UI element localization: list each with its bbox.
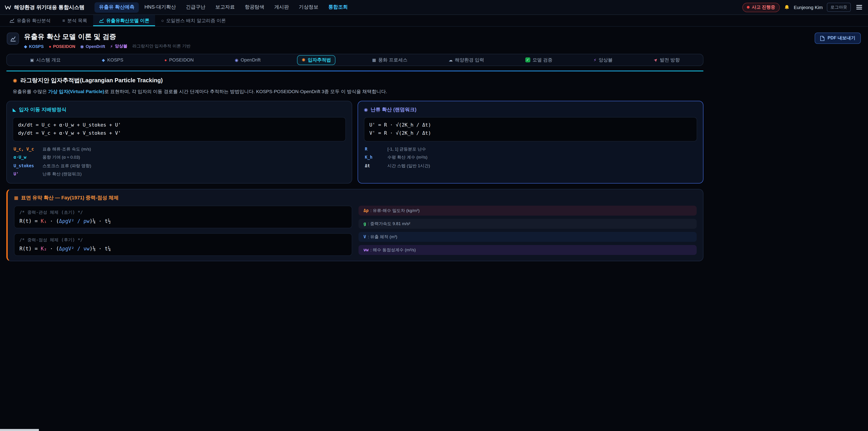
- section-nav-item-roadmap[interactable]: ➤발전 방향: [649, 55, 684, 65]
- section-heading: ✺ 라그랑지안 입자추적법(Lagrangian Particle Tracki…: [13, 77, 704, 85]
- page-subtitle: 라그랑지안 입자추적 이론 기반: [132, 43, 191, 49]
- nav-item-aerial-search[interactable]: 항공탐색: [240, 2, 269, 12]
- gravity-viscous-block: /* 중력-점성 체제 (후기) */ R(t) = K₂ · (ΔρgV² /…: [14, 234, 352, 256]
- cloud-icon: ☁: [449, 58, 453, 62]
- nav-item-emergency-rescue[interactable]: 긴급구난: [181, 2, 210, 12]
- circle-icon: ○: [161, 18, 164, 23]
- horizontal-scrollbar-thumb[interactable]: [0, 429, 39, 431]
- kosps-badge: ◆KOSPS: [24, 44, 43, 49]
- governing-equation-code: dx/dt = U_c + α·U_w + U_stokes + U' dy/d…: [13, 117, 346, 141]
- gravity-viscous-formula: R(t) = K₂ · (ΔρgV² / νw)⅙ · t¼: [20, 246, 347, 252]
- legend-row: U_c, V_c표층 해류·조류 속도 (m/s): [13, 145, 346, 153]
- swirl-icon: ◉: [364, 107, 368, 112]
- incident-status-badge[interactable]: 사고 진행중: [742, 2, 780, 12]
- chart-line-icon: [99, 18, 104, 23]
- tab-spill-analysis[interactable]: 유출유 확산분석: [4, 15, 57, 26]
- main-nav: 유출유 확산예측 HNS·대기확산 긴급구난 보고자료 항공탐색 게시판 기상정…: [94, 2, 352, 12]
- turbulent-card-title: ◉ 난류 확산 (랜덤워크): [364, 106, 697, 113]
- legend-row: Δρ: 유류-해수 밀도차 (kg/m³): [359, 206, 697, 216]
- fay-spreading-card: ▦ 표면 유막 확산 — Fay(1971) 중력-점성 체제 /* 중력-관성…: [6, 189, 704, 261]
- section-nav-item-particle-tracking[interactable]: ✺입자추적법: [297, 55, 336, 65]
- section-intro: 유출유를 수많은 가상 입자(Virtual Particle)로 표현하며, …: [13, 89, 704, 95]
- nav-item-board[interactable]: 게시판: [270, 2, 293, 12]
- legend-row: g: 중력가속도 9.81 m/s²: [359, 219, 697, 229]
- pdf-export-button[interactable]: PDF 내보내기: [815, 33, 861, 44]
- legend-row: α·U_w풍향 기여 (α ≈ 0.03): [13, 154, 346, 162]
- swirl-icon: ✺: [302, 57, 306, 62]
- section-nav-item-validation[interactable]: ✓모델 검증: [521, 55, 557, 65]
- tab-oil-fence-theory[interactable]: ○ 오일펜스 배치 알고리즘 이론: [155, 15, 232, 26]
- section-nav: ▣시스템 개요 ◆KOSPS ●POSEIDON ◉OpenDrift ✺입자추…: [6, 54, 704, 66]
- turbulent-equation-code: U' = R · √(2K_h / Δt) V' = R · √(2K_h / …: [364, 117, 697, 141]
- top-navigation-bar: 해양환경 위기대응 통합시스템 유출유 확산예측 HNS·대기확산 긴급구난 보…: [0, 0, 868, 15]
- page-title: 유출유 확산 모델 이론 및 검증: [24, 33, 191, 41]
- page-header: 유출유 확산 모델 이론 및 검증 ◆KOSPS ●POSEIDON ◉Open…: [0, 27, 868, 51]
- legend-row: νw: 해수 동점성계수 (m²/s): [359, 245, 697, 255]
- equation-cards-row: ◣ 입자 이동 지배방정식 dx/dt = U_c + α·U_w + U_st…: [6, 101, 704, 184]
- nav-item-weather[interactable]: 기상정보: [294, 2, 323, 12]
- check-icon: ✓: [525, 57, 530, 62]
- legend-row: Δt시간 스텝 (일반 1시간): [364, 162, 697, 170]
- dot-icon: ●: [164, 58, 167, 62]
- governing-card-title: ◣ 입자 이동 지배방정식: [13, 106, 346, 113]
- app-logo[interactable]: 해양환경 위기대응 통합시스템: [4, 4, 85, 11]
- legend-row: R[-1, 1] 균등분포 난수: [364, 145, 697, 153]
- ensemble-badge: ⚡앙상블: [110, 43, 127, 49]
- legend-row: U_stokes스토크스 표류 (파랑 영향): [13, 162, 346, 170]
- gravity-inertial-formula: R(t) = K₁ · (ΔρgV² / ρw)¼ · t½: [20, 219, 347, 224]
- gravity-inertial-block: /* 중력-관성 체제 (초기) */ R(t) = K₁ · (ΔρgV² /…: [14, 206, 352, 228]
- tab-analysis-list[interactable]: ≡ 분석 목록: [57, 15, 93, 26]
- section-nav-item-ensemble[interactable]: ⚡앙상블: [589, 55, 617, 65]
- section-nav-item-opendrift[interactable]: ◉OpenDrift: [230, 56, 265, 64]
- wing-logo-icon: [4, 4, 11, 10]
- diamond-icon: ◆: [24, 44, 27, 49]
- dot-icon: ●: [49, 44, 51, 49]
- bar-chart-icon: ▦: [372, 58, 376, 62]
- nav-item-spill-prediction[interactable]: 유출유 확산예측: [94, 2, 139, 12]
- virtual-particle-link[interactable]: 가상 입자(Virtual Particle): [48, 89, 104, 94]
- turbulent-diffusion-card: ◉ 난류 확산 (랜덤워크) U' = R · √(2K_h / Δt) V' …: [358, 101, 704, 184]
- nav-item-hns-dispersion[interactable]: HNS·대기확산: [140, 2, 180, 12]
- poseidon-badge: ●POSEIDON: [49, 44, 75, 49]
- governing-equation-card: ◣ 입자 이동 지배방정식 dx/dt = U_c + α·U_w + U_st…: [6, 101, 352, 184]
- document-icon: [820, 35, 825, 41]
- page-title-block: 유출유 확산 모델 이론 및 검증 ◆KOSPS ●POSEIDON ◉Open…: [24, 33, 191, 49]
- fay-legend-column: Δρ: 유류-해수 밀도차 (kg/m³) g: 중력가속도 9.81 m/s²…: [359, 206, 697, 256]
- bolt-icon: ⚡: [110, 44, 113, 49]
- monitor-icon: ▣: [30, 58, 34, 62]
- bolt-icon: ⚡: [594, 58, 596, 62]
- rocket-icon: ➤: [653, 57, 659, 63]
- chart-line-icon: [10, 35, 16, 42]
- triangle-ruler-icon: ◣: [13, 107, 16, 112]
- section-nav-item-system-overview[interactable]: ▣시스템 개요: [26, 55, 65, 65]
- section-nav-item-ocean-input[interactable]: ☁해양환경 입력: [444, 55, 489, 65]
- topbar-right: 사고 진행중 Eunjeong Kim 로그아웃: [742, 2, 864, 12]
- tab-model-theory[interactable]: 유출유확산모델 이론: [93, 15, 155, 26]
- hamburger-menu-icon[interactable]: [855, 3, 864, 11]
- fay-formula-column: /* 중력-관성 체제 (초기) */ R(t) = K₁ · (ΔρgV² /…: [14, 206, 352, 256]
- legend-row: V: 유출 체적 (m³): [359, 232, 697, 242]
- app-root: 해양환경 위기대응 통합시스템 유출유 확산예측 HNS·대기확산 긴급구난 보…: [0, 0, 868, 431]
- status-dot-icon: [747, 6, 749, 8]
- user-name: Eunjeong Kim: [794, 5, 823, 10]
- bar-chart-icon: ▦: [14, 195, 18, 201]
- fay-grid: /* 중력-관성 체제 (초기) */ R(t) = K₁ · (ΔρgV² /…: [14, 206, 697, 256]
- section-nav-item-poseidon[interactable]: ●POSEIDON: [160, 56, 198, 64]
- page-icon: [7, 33, 19, 45]
- legend-row: K_h수평 확산 계수 (m²/s): [364, 154, 697, 162]
- content-wrap: ▣시스템 개요 ◆KOSPS ●POSEIDON ◉OpenDrift ✺입자추…: [6, 54, 704, 261]
- opendrift-badge: ◉OpenDrift: [80, 44, 105, 49]
- nav-item-integrated-search[interactable]: 통합조회: [324, 2, 352, 12]
- swirl-icon: ✺: [13, 78, 17, 84]
- section-nav-item-kosps[interactable]: ◆KOSPS: [97, 56, 128, 64]
- sub-tab-bar: 유출유 확산분석 ≡ 분석 목록 유출유확산모델 이론 ○ 오일펜스 배치 알고…: [0, 15, 868, 27]
- incident-label: 사고 진행중: [752, 4, 775, 10]
- nav-item-reports[interactable]: 보고자료: [211, 2, 239, 12]
- circled-dot-icon: ◉: [235, 58, 239, 62]
- chart-line-icon: [9, 18, 14, 23]
- notification-bell-icon[interactable]: [784, 4, 789, 10]
- logout-button[interactable]: 로그아웃: [827, 3, 851, 12]
- turbulent-legend: R[-1, 1] 균등분포 난수 K_h수평 확산 계수 (m²/s) Δt시간…: [364, 145, 697, 170]
- section-nav-item-weathering[interactable]: ▦풍화 프로세스: [368, 55, 412, 65]
- circled-dot-icon: ◉: [80, 44, 84, 49]
